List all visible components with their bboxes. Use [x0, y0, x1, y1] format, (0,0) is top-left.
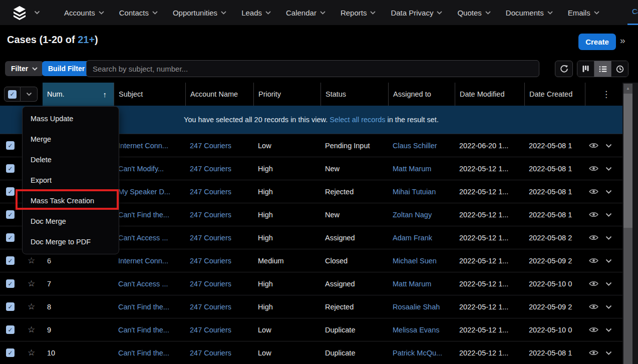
kanban-view-button[interactable] — [577, 61, 594, 77]
assigned-to-link[interactable]: Michael Suen — [388, 257, 455, 265]
create-button[interactable]: Create — [578, 34, 616, 50]
account-link[interactable]: 247 Couriers — [185, 303, 253, 311]
subject-link[interactable]: Can't Find the... — [114, 303, 185, 311]
menu-item-export[interactable]: Export — [23, 170, 119, 190]
nav-item-cases-active[interactable]: Cases — [632, 7, 638, 16]
record-count-link[interactable]: 21+ — [78, 34, 95, 45]
star-icon[interactable]: ☆ — [23, 278, 43, 289]
eye-quick-view-icon[interactable] — [589, 349, 598, 356]
chevron-down-icon[interactable] — [605, 305, 612, 309]
row-checkbox[interactable]: ✓ — [6, 256, 15, 265]
account-link[interactable]: 247 Couriers — [185, 234, 253, 242]
assigned-to-link[interactable]: Rosaalie Shah — [388, 303, 455, 311]
column-header-date-created[interactable]: Date Created — [524, 83, 585, 106]
eye-quick-view-icon[interactable] — [589, 280, 598, 287]
eye-quick-view-icon[interactable] — [589, 303, 598, 310]
select-all-records-link[interactable]: Select all records — [330, 116, 385, 124]
nav-item-opportunities[interactable]: Opportunities — [173, 9, 226, 17]
assigned-to-link[interactable]: Matt Marum — [388, 280, 455, 288]
eye-quick-view-icon[interactable] — [589, 165, 598, 172]
menu-item-doc-merge-to-pdf[interactable]: Doc Merge to PDF — [23, 232, 119, 252]
column-header-num[interactable]: Num. ↑ — [43, 83, 114, 106]
row-checkbox[interactable]: ✓ — [6, 141, 15, 150]
search-input[interactable] — [86, 60, 539, 77]
account-link[interactable]: 247 Couriers — [185, 326, 253, 334]
assigned-to-link[interactable]: Patrick McQu... — [388, 349, 455, 357]
chevron-down-icon[interactable] — [605, 144, 612, 148]
scrollbar-up-button[interactable]: ▲ — [623, 84, 632, 94]
account-link[interactable]: 247 Couriers — [185, 349, 253, 357]
nav-item-documents[interactable]: Documents — [506, 9, 553, 17]
account-link[interactable]: 247 Couriers — [185, 165, 253, 173]
star-icon[interactable]: ☆ — [23, 347, 43, 358]
nav-item-reports[interactable]: Reports — [341, 9, 376, 17]
eye-quick-view-icon[interactable] — [589, 234, 598, 241]
menu-item-mass-update[interactable]: Mass Update — [23, 108, 119, 129]
eye-quick-view-icon[interactable] — [589, 211, 598, 218]
row-checkbox[interactable]: ✓ — [6, 348, 15, 357]
star-icon[interactable]: ☆ — [23, 255, 43, 266]
nav-item-emails[interactable]: Emails — [568, 9, 599, 17]
row-checkbox[interactable]: ✓ — [6, 187, 15, 196]
subject-link[interactable]: My Speaker D... — [114, 188, 185, 196]
column-header-status[interactable]: Status — [321, 83, 388, 106]
account-link[interactable]: 247 Couriers — [185, 211, 253, 219]
nav-item-data-privacy[interactable]: Data Privacy — [391, 9, 442, 17]
timeline-view-button[interactable] — [611, 61, 628, 77]
menu-item-delete[interactable]: Delete — [23, 149, 119, 170]
chevron-down-icon[interactable] — [605, 282, 612, 286]
build-filter-button[interactable]: Build Filter — [42, 61, 91, 76]
row-checkbox[interactable]: ✓ — [6, 233, 15, 242]
row-checkbox[interactable]: ✓ — [6, 325, 15, 334]
chevron-down-icon[interactable] — [605, 259, 612, 263]
row-checkbox[interactable]: ✓ — [6, 279, 15, 288]
menu-item-mass-task-creation[interactable]: Mass Task Creation — [23, 191, 119, 211]
assigned-to-link[interactable]: Claus Schiller — [388, 142, 455, 150]
column-header-assigned-to[interactable]: Assigned to — [388, 83, 455, 106]
nav-item-calendar[interactable]: Calendar — [286, 9, 326, 17]
chevron-down-icon[interactable] — [605, 213, 612, 217]
star-icon[interactable]: ☆ — [23, 324, 43, 335]
chevron-down-icon[interactable] — [605, 351, 612, 355]
eye-quick-view-icon[interactable] — [589, 142, 598, 149]
subject-link[interactable]: Can't Find the... — [114, 211, 185, 219]
row-checkbox[interactable]: ✓ — [6, 210, 15, 219]
chevron-down-icon[interactable] — [34, 11, 40, 15]
column-header-date-modified[interactable]: Date Modified — [455, 83, 524, 106]
assigned-to-link[interactable]: Zoltan Nagy — [388, 211, 455, 219]
column-header-priority[interactable]: Priority — [253, 83, 321, 106]
account-link[interactable]: 247 Couriers — [185, 188, 253, 196]
column-settings-kebab-icon[interactable]: ⋮ — [602, 89, 610, 100]
subject-link[interactable]: Can't Modify... — [114, 165, 185, 173]
refresh-button[interactable] — [555, 61, 573, 77]
menu-item-doc-merge[interactable]: Doc Merge — [23, 211, 119, 232]
menu-item-merge[interactable]: Merge — [23, 129, 119, 149]
eye-quick-view-icon[interactable] — [589, 188, 598, 195]
assigned-to-link[interactable]: Matt Marum — [388, 165, 455, 173]
header-more-button[interactable]: » — [620, 35, 625, 46]
row-checkbox[interactable]: ✓ — [6, 164, 15, 173]
subject-link[interactable]: Internet Conn... — [114, 142, 185, 150]
nav-item-leads[interactable]: Leads — [241, 9, 271, 17]
nav-item-accounts[interactable]: Accounts — [64, 9, 104, 17]
column-header-subject[interactable]: Subject — [114, 83, 185, 106]
scrollbar-thumb[interactable] — [623, 94, 632, 228]
list-view-button[interactable] — [594, 61, 611, 77]
chevron-down-icon[interactable] — [605, 190, 612, 194]
chevron-down-icon[interactable] — [605, 236, 612, 240]
select-all-checkbox[interactable]: ✓ — [8, 90, 17, 99]
account-link[interactable]: 247 Couriers — [185, 280, 253, 288]
filter-dropdown-button[interactable]: Filter — [5, 61, 44, 76]
row-checkbox[interactable]: ✓ — [6, 302, 15, 311]
account-link[interactable]: 247 Couriers — [185, 142, 253, 150]
chevron-down-icon[interactable] — [605, 167, 612, 171]
nav-item-contacts[interactable]: Contacts — [119, 9, 158, 17]
assigned-to-link[interactable]: Adam Frank — [388, 234, 455, 242]
eye-quick-view-icon[interactable] — [589, 326, 598, 333]
subject-link[interactable]: Can't Access ... — [114, 234, 185, 242]
app-logo[interactable] — [12, 5, 40, 20]
assigned-to-link[interactable]: Melissa Evans — [388, 326, 455, 334]
star-icon[interactable]: ☆ — [23, 301, 43, 312]
nav-item-quotes[interactable]: Quotes — [457, 9, 490, 17]
subject-link[interactable]: Internet Conn... — [114, 257, 185, 265]
